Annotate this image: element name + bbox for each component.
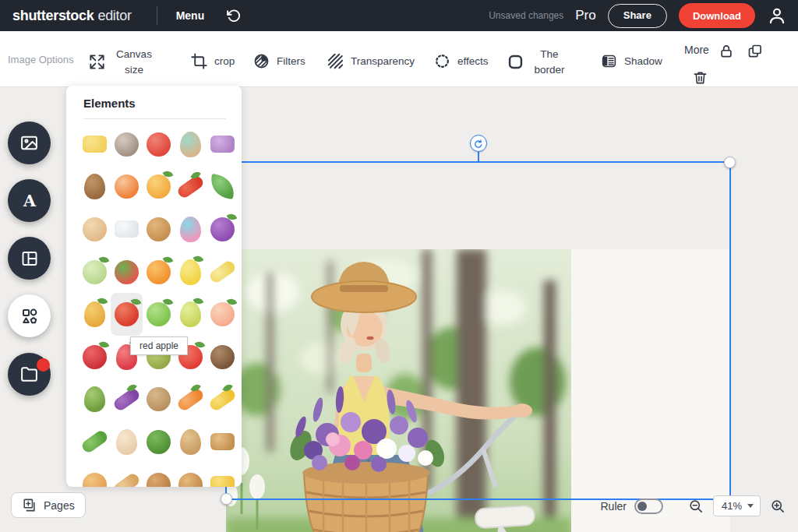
element-hot-pepper[interactable] <box>175 166 207 209</box>
delete-button[interactable] <box>693 70 708 85</box>
element-red-apple[interactable] <box>111 293 143 336</box>
header-right-group: Unsaved changes Pro Share Download <box>489 3 787 28</box>
coconut-emoji <box>210 345 235 369</box>
element-peach[interactable] <box>207 293 238 336</box>
edit-toolbar: Image Options Canvas size crop <box>0 31 798 87</box>
zoom-in-icon[interactable] <box>770 499 786 514</box>
corn-emoji <box>208 386 238 412</box>
element-mango[interactable] <box>143 166 175 209</box>
element-butter[interactable] <box>79 123 111 166</box>
account-icon[interactable] <box>767 5 787 26</box>
element-juice-box[interactable] <box>207 123 238 166</box>
shutterstock-logo[interactable]: shutterstockeditor <box>12 8 132 24</box>
leaf-accent <box>193 254 204 264</box>
element-moon-cake[interactable] <box>143 208 175 251</box>
sidebar-item-images[interactable] <box>8 122 51 164</box>
element-peanuts[interactable] <box>175 421 207 463</box>
element-green-apple[interactable] <box>143 293 175 336</box>
shapes-icon <box>20 307 39 326</box>
element-pear[interactable] <box>175 293 207 336</box>
element-corn[interactable] <box>207 379 238 421</box>
element-carrot[interactable] <box>175 379 207 421</box>
zoom-out-icon[interactable] <box>688 499 704 514</box>
leaf-accent <box>222 382 232 393</box>
mate-emoji <box>84 174 105 199</box>
element-cupcake[interactable] <box>175 208 207 251</box>
element-blossom[interactable] <box>111 166 143 209</box>
download-button[interactable]: Download <box>679 3 755 28</box>
cucumber-emoji <box>80 429 110 455</box>
elements-panel-title: Elements <box>83 97 136 110</box>
green-apple-emoji <box>147 302 171 326</box>
element-cheese[interactable] <box>207 463 238 487</box>
shadow-button[interactable]: Shadow <box>601 53 662 69</box>
undo-icon[interactable] <box>226 7 243 24</box>
element-potato[interactable] <box>143 379 175 421</box>
border-label: The border <box>531 47 568 77</box>
element-lemon[interactable] <box>175 251 207 294</box>
element-coconut[interactable] <box>207 336 238 379</box>
sidebar-item-text[interactable]: A <box>8 179 51 222</box>
crop-button[interactable]: crop <box>191 53 235 69</box>
element-teapot[interactable] <box>143 123 175 166</box>
pages-button[interactable]: Pages <box>11 492 86 518</box>
element-broccoli[interactable] <box>143 421 175 463</box>
mango-emoji <box>147 174 171 199</box>
rotate-handle-icon[interactable] <box>470 135 487 152</box>
shadow-icon <box>601 53 617 69</box>
canvas-size-button[interactable]: Canvas size <box>88 47 155 77</box>
zoom-level-dropdown[interactable]: 41% <box>713 495 761 516</box>
image-options-label: Image Options <box>2 31 80 87</box>
bagel-emoji <box>83 217 107 241</box>
more-button[interactable]: More <box>684 44 709 56</box>
element-eggplant[interactable] <box>111 379 143 421</box>
transparency-button[interactable]: Transparency <box>327 53 415 69</box>
leaf-accent <box>99 255 110 265</box>
element-leafy-green[interactable] <box>207 166 238 209</box>
resize-handle-top-right[interactable] <box>724 157 736 168</box>
butter-emoji <box>83 136 107 153</box>
leaf-accent <box>190 170 200 181</box>
element-banana[interactable] <box>207 251 238 294</box>
border-button[interactable]: The border <box>507 47 568 77</box>
menu-button[interactable]: Menu <box>176 9 205 22</box>
sidebar-item-elements[interactable] <box>8 294 51 337</box>
element-oyster[interactable] <box>111 123 143 166</box>
sidebar-item-layouts[interactable] <box>8 237 51 280</box>
sidebar-item-uploads[interactable] <box>8 353 51 396</box>
filters-button[interactable]: Filters <box>253 53 305 69</box>
effects-button[interactable]: effects <box>434 53 489 69</box>
element-bagel[interactable] <box>79 208 111 251</box>
element-mate[interactable] <box>79 166 111 209</box>
share-button[interactable]: Share <box>608 4 667 28</box>
element-bread[interactable] <box>207 421 238 463</box>
element-baguette[interactable] <box>111 463 143 487</box>
crop-label: crop <box>214 55 235 67</box>
bottom-controls: Ruler 41% <box>601 495 786 516</box>
lock-button[interactable] <box>719 44 734 59</box>
element-grapes[interactable] <box>207 208 238 251</box>
element-egg[interactable] <box>111 421 143 463</box>
element-bubble-tea[interactable] <box>175 123 207 166</box>
element-tangerine[interactable] <box>143 251 175 294</box>
element-cucumber[interactable] <box>79 421 111 463</box>
panel-divider <box>83 118 226 119</box>
element-croissant[interactable] <box>79 463 111 487</box>
element-pineapple[interactable] <box>79 293 111 336</box>
border-icon <box>507 54 524 70</box>
duplicate-button[interactable] <box>747 44 763 59</box>
element-pretzel[interactable] <box>143 463 175 487</box>
resize-handle-bottom-left[interactable] <box>221 493 232 505</box>
tangerine-emoji <box>147 260 171 284</box>
crop-icon <box>191 53 207 69</box>
leaf-accent <box>190 382 200 393</box>
element-avocado[interactable] <box>79 379 111 421</box>
text-icon: A <box>19 191 40 211</box>
canvas-photo[interactable] <box>226 249 571 532</box>
element-watermelon[interactable] <box>111 251 143 294</box>
element-pancakes[interactable] <box>175 463 207 487</box>
ruler-toggle[interactable] <box>634 499 663 514</box>
element-salt[interactable] <box>111 208 143 251</box>
element-cherries[interactable] <box>79 336 111 379</box>
element-melon[interactable] <box>79 251 111 294</box>
